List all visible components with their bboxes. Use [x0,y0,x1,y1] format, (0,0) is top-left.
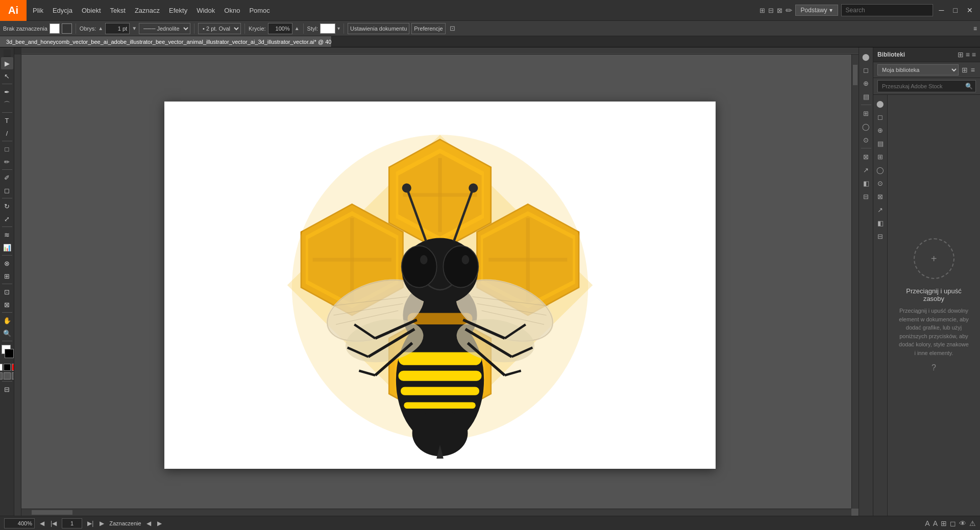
direct-select-tool[interactable]: ↖ [1,70,13,82]
none-swatch[interactable] [0,364,3,371]
stroke-up-arrow[interactable]: ▲ [98,26,103,31]
lib-color-icon[interactable]: ⬤ [875,98,886,109]
brush-dropdown[interactable]: • 2 pt. Oval [198,23,241,34]
artboards-icon[interactable]: ⊠ [861,152,871,162]
mask-icon[interactable]: ⊡ [450,24,455,32]
pen-tool[interactable]: ✒ [1,86,13,98]
warp-tool[interactable]: ≋ [1,229,13,241]
page-next-btn[interactable]: ▶ [99,519,105,528]
hand-tool[interactable]: ✋ [1,314,13,326]
paintbucket-tool[interactable]: ✏ [1,156,13,168]
status-arrow-right[interactable]: ▶ [156,519,163,528]
lib-artboard-icon[interactable]: ⊠ [875,191,886,202]
transform-panel-icon[interactable]: ⊕ [861,78,871,88]
pixel-icon[interactable]: ⊞ [941,519,947,527]
asset-panel-icon[interactable]: ◻ [861,65,871,75]
lib-list-btn[interactable]: ≡ [970,65,976,75]
lib-select-dropdown[interactable]: Moja biblioteka [877,64,959,75]
workspace-button[interactable]: Podstawy ▾ [795,5,838,16]
zoom-input[interactable]: 400% [4,518,35,528]
menu-plik[interactable]: Plik [29,0,47,20]
menu-obiekt[interactable]: Obiekt [78,0,105,20]
eye-icon[interactable]: 👁 [959,519,966,527]
style-arrow[interactable]: ▾ [337,26,340,31]
align-panel-icon[interactable]: ⊞ [861,108,871,118]
panel-options-icon[interactable]: ≡ [973,25,977,32]
rect-tool[interactable]: □ [1,143,13,155]
rotate-tool[interactable]: ↻ [1,200,13,212]
background-swatch[interactable] [5,349,14,358]
brush-icon[interactable]: ✏ [786,6,792,15]
lib-layers-icon-2[interactable]: ◧ [875,217,886,229]
lib-align-icon[interactable]: ⊞ [875,151,886,162]
lib-help-icon[interactable]: ? [932,363,936,372]
scrollbar-right[interactable] [851,55,859,509]
gradient-panel-icon[interactable]: ▤ [861,91,871,102]
style-swatch[interactable] [320,23,335,34]
grid-icon[interactable]: ⊠ [777,7,782,14]
sync-icon[interactable]: ⊟ [768,7,774,14]
lib-stroke-icon[interactable]: ◯ [875,164,886,175]
chart-tool[interactable]: ⊞ [1,270,13,282]
menu-pomoc[interactable]: Pomoc [245,0,274,20]
selection-tool[interactable]: ▶ [1,57,13,69]
warning-icon[interactable]: ⚠ [969,519,976,527]
top-search-input[interactable] [841,4,933,16]
layers-icon[interactable]: ◧ [861,178,871,188]
page-prev-btn[interactable]: ◀ [39,519,45,528]
stroke-panel-icon[interactable]: ◯ [861,121,871,132]
page-first-btn[interactable]: |◀ [50,519,58,528]
lib-search-input[interactable] [877,80,976,92]
breadcrumb-icon[interactable]: ⊞ [760,7,765,14]
pencil-tool[interactable]: ✐ [1,171,13,184]
line-tool[interactable]: / [1,127,13,139]
appearance-panel-icon[interactable]: ⊙ [861,135,871,145]
artboard-tool[interactable]: ⊡ [1,286,13,298]
lib-transform-icon[interactable]: ⊕ [875,124,886,136]
lib-appearance-icon[interactable]: ⊙ [875,178,886,189]
export-icon[interactable]: ↗ [861,165,871,175]
curvature-tool[interactable]: ⌒ [1,98,13,111]
slice-tool[interactable]: ⊠ [1,298,13,311]
artboard-status-icon[interactable]: ◻ [950,519,956,527]
menu-efekty[interactable]: Efekty [165,0,191,20]
menu-edycja[interactable]: Edycja [48,0,77,20]
opacity-arrow[interactable]: ▲ [295,26,300,31]
gradient-swatch[interactable] [0,372,3,380]
document-tab[interactable]: 3d_bee_and_honeycomb_vector_bee_ai_adobe… [0,36,332,47]
erase-tool[interactable]: ◻ [1,184,13,196]
stroke-width-input[interactable] [105,23,130,34]
menu-zaznacz[interactable]: Zaznacz [131,0,164,20]
color-panel-icon[interactable]: ⬤ [861,52,871,62]
zoom-tool[interactable]: 🔍 [1,327,13,339]
black-swatch[interactable] [4,364,11,371]
blend-tool[interactable]: ⊗ [1,257,13,269]
scrollbar-thumb-v[interactable] [853,65,857,85]
font-icon[interactable]: A [933,519,938,527]
menu-okno[interactable]: Okno [220,0,244,20]
type-tool[interactable]: T [1,114,13,127]
layers-panel-btn[interactable]: ⊟ [1,383,13,395]
lib-list-view[interactable]: ≡ [966,51,970,59]
scale-tool[interactable]: ⤢ [1,213,13,225]
preview-icon[interactable]: A [925,519,929,527]
minimize-button[interactable]: ─ [936,5,947,15]
lib-options[interactable]: ≡ [972,51,976,59]
lib-grid-btn[interactable]: ⊞ [961,65,969,75]
stroke-style-dropdown[interactable]: ─── Jednolite [139,23,190,34]
maximize-button[interactable]: □ [950,5,961,15]
lib-symbols-icon[interactable]: ⊟ [875,231,886,242]
preferences-button[interactable]: Preferencje [411,23,445,34]
menu-tekst[interactable]: Tekst [106,0,130,20]
pattern-swatch[interactable] [4,372,11,380]
lib-gradient-icon[interactable]: ▤ [875,138,886,149]
opacity-input[interactable] [268,23,292,34]
menu-widok[interactable]: Widok [192,0,219,20]
lib-asset-icon[interactable]: ◻ [875,111,886,122]
page-last-btn[interactable]: ▶| [86,519,94,528]
doc-settings-button[interactable]: Ustawienia dokumentu [348,23,409,34]
fill-swatch[interactable] [50,23,60,34]
lib-grid-view[interactable]: ⊞ [958,51,964,59]
canvas-area[interactable] [21,55,859,516]
symbols-icon[interactable]: ⊟ [861,191,871,201]
